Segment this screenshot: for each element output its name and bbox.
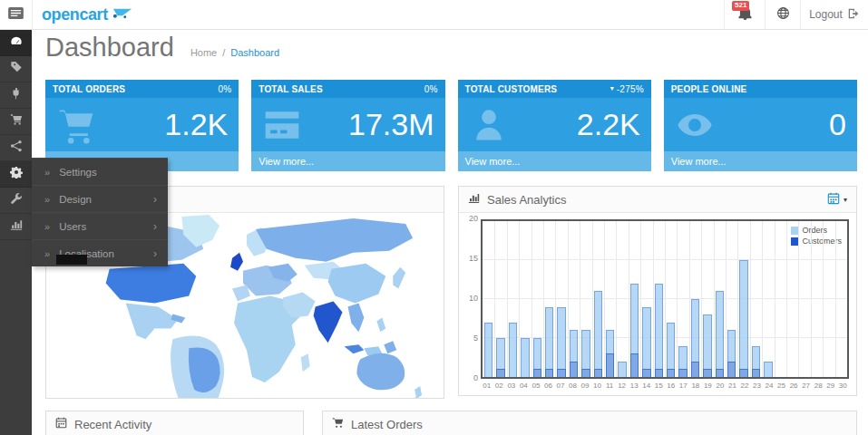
grid-line bbox=[507, 221, 508, 377]
flyout-item-label: Settings bbox=[59, 167, 97, 178]
opencart-logo[interactable]: opencart bbox=[42, 0, 133, 29]
grid-line bbox=[726, 221, 727, 377]
chart-bar-customers bbox=[594, 369, 602, 377]
breadcrumb-home[interactable]: Home bbox=[190, 47, 217, 58]
grid-line bbox=[494, 221, 495, 377]
chart-x-axis: 0102030405060708091011121314151617181920… bbox=[481, 380, 849, 392]
chevron-right-icon: › bbox=[153, 247, 157, 260]
view-more-link[interactable]: View more... bbox=[664, 151, 857, 171]
chart-bar-customers bbox=[727, 362, 736, 377]
x-tick-label: 04 bbox=[518, 382, 531, 390]
x-tick-label: 02 bbox=[493, 382, 506, 390]
notifications-badge: 521 bbox=[732, 1, 749, 11]
grid-line bbox=[823, 221, 824, 377]
x-tick-label: 29 bbox=[824, 382, 837, 390]
flyout-item-users[interactable]: »Users› bbox=[32, 212, 168, 239]
sidebar-item-tools[interactable] bbox=[0, 188, 32, 214]
x-tick-label: 28 bbox=[812, 382, 824, 390]
chart-legend: OrdersCustomers bbox=[788, 224, 844, 247]
chart-bar-orders bbox=[703, 314, 711, 377]
view-more-link[interactable]: View more... bbox=[458, 151, 651, 171]
y-tick-label: 10 bbox=[469, 294, 478, 303]
system-flyout-menu: »Settings»Design›»Users›»Localisation› bbox=[32, 158, 168, 266]
chart-bar-orders bbox=[594, 291, 602, 377]
plug-icon bbox=[10, 87, 23, 103]
sidebar-item-extensions[interactable] bbox=[0, 82, 32, 109]
chart-bar-orders bbox=[642, 307, 650, 377]
grid-line bbox=[555, 221, 556, 377]
tile-title: TOTAL SALES bbox=[258, 84, 323, 94]
flyout-item-label: Design bbox=[59, 194, 92, 205]
sidebar-item-system[interactable] bbox=[0, 161, 32, 188]
x-tick-label: 09 bbox=[579, 382, 591, 390]
caret-down-icon: ▾ bbox=[610, 85, 614, 92]
flyout-fragment bbox=[56, 255, 87, 265]
shopping-cart-icon bbox=[56, 105, 96, 145]
stat-tile-total-sales: TOTAL SALES0%17.3MView more... bbox=[251, 80, 444, 171]
logout-button[interactable]: Logout bbox=[800, 0, 868, 29]
logout-label: Logout bbox=[809, 8, 843, 21]
breadcrumb-dashboard[interactable]: Dashboard bbox=[230, 47, 279, 58]
stat-tile-people-online: PEOPLE ONLINE0View more... bbox=[664, 80, 857, 171]
credit-card-icon bbox=[262, 105, 302, 145]
chart-bar-customers bbox=[570, 362, 578, 377]
x-tick-label: 16 bbox=[665, 382, 678, 390]
share-icon bbox=[10, 140, 23, 156]
grid-line bbox=[689, 221, 690, 377]
chart-bar-customers bbox=[752, 369, 760, 377]
sidebar-item-dashboard[interactable] bbox=[0, 30, 32, 56]
x-tick-label: 14 bbox=[640, 382, 653, 390]
bar-chart-icon bbox=[468, 192, 480, 207]
page-heading-row: Dashboard Home / Dashboard bbox=[45, 33, 279, 63]
grid-line bbox=[677, 221, 678, 377]
tag-icon bbox=[10, 61, 23, 77]
x-tick-label: 18 bbox=[689, 382, 702, 390]
sidebar-item-marketing[interactable] bbox=[0, 135, 32, 161]
globe-icon bbox=[776, 6, 790, 24]
chart-bar-customers bbox=[691, 362, 699, 377]
sidebar-nav bbox=[0, 30, 32, 435]
store-front-button[interactable] bbox=[765, 0, 800, 29]
flyout-item-design[interactable]: »Design› bbox=[32, 185, 168, 212]
x-tick-label: 03 bbox=[505, 382, 518, 390]
x-tick-label: 15 bbox=[652, 382, 665, 390]
x-tick-label: 17 bbox=[678, 382, 690, 390]
sidebar-item-reports[interactable] bbox=[0, 214, 32, 240]
chart-bar-orders bbox=[484, 323, 493, 377]
x-tick-label: 22 bbox=[738, 382, 751, 390]
recent-activity-header: Recent Activity bbox=[46, 411, 303, 435]
grid-line bbox=[616, 221, 617, 377]
chart-bar-orders bbox=[618, 362, 626, 377]
chart-bar-customers bbox=[606, 353, 614, 377]
eye-icon bbox=[675, 105, 715, 145]
tile-percent: ▾-275% bbox=[610, 84, 644, 94]
x-tick-label: 11 bbox=[603, 382, 616, 390]
recent-activity-title: Recent Activity bbox=[74, 418, 151, 431]
grid-line bbox=[568, 221, 569, 377]
view-more-link[interactable]: View more... bbox=[251, 151, 444, 171]
caret-down-icon: ▾ bbox=[844, 196, 847, 204]
sales-analytics-header: Sales Analytics ▾ bbox=[459, 187, 856, 213]
sidebar-toggle-button[interactable] bbox=[0, 0, 33, 29]
sidebar-item-sales[interactable] bbox=[0, 109, 32, 135]
grid-line bbox=[811, 221, 812, 377]
speedometer-icon bbox=[10, 34, 23, 51]
breadcrumb-separator: / bbox=[222, 47, 225, 58]
sidebar-item-catalog[interactable] bbox=[0, 56, 32, 82]
opencart-cart-logo-icon bbox=[112, 6, 133, 23]
x-tick-label: 24 bbox=[763, 382, 775, 390]
x-tick-label: 10 bbox=[591, 382, 604, 390]
x-tick-label: 19 bbox=[702, 382, 715, 390]
opencart-admin-dashboard: opencart 521 Logout bbox=[0, 0, 868, 435]
flyout-item-settings[interactable]: »Settings bbox=[32, 158, 168, 185]
chart-range-dropdown[interactable]: ▾ bbox=[827, 192, 847, 208]
chart-bar-customers bbox=[557, 369, 565, 377]
chart-bar-orders bbox=[521, 338, 529, 377]
notifications-button[interactable]: 521 bbox=[724, 0, 765, 29]
tile-value: 1.2K bbox=[164, 107, 228, 142]
chart-bar-customers bbox=[630, 353, 639, 377]
chevron-right-icon: › bbox=[153, 220, 157, 233]
tile-value: 0 bbox=[829, 107, 846, 142]
x-tick-label: 07 bbox=[554, 382, 567, 390]
flyout-item-localisation[interactable]: »Localisation› bbox=[32, 239, 168, 266]
